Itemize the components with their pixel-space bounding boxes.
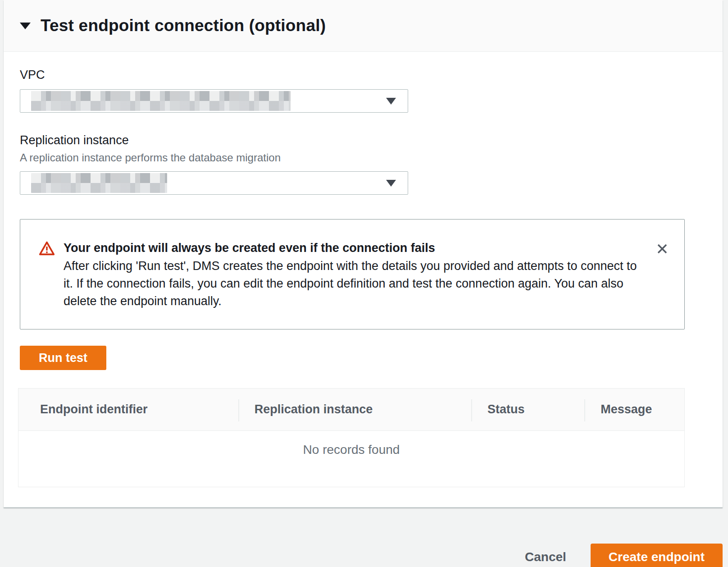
run-test-button[interactable]: Run test	[20, 346, 106, 370]
replication-instance-label: Replication instance	[20, 133, 685, 147]
chevron-down-icon	[386, 180, 396, 187]
vpc-label: VPC	[20, 68, 685, 82]
empty-state-message: No records found	[18, 431, 684, 487]
column-header-replication-instance: Replication instance	[238, 389, 471, 430]
panel-title: Test endpoint connection (optional)	[41, 16, 326, 35]
column-header-endpoint-identifier: Endpoint identifier	[18, 389, 238, 430]
column-header-message: Message	[584, 389, 684, 430]
warning-triangle-icon	[39, 241, 55, 257]
replication-instance-redacted-value	[31, 173, 167, 193]
vpc-redacted-value	[31, 91, 291, 111]
close-icon[interactable]	[654, 240, 671, 259]
chevron-down-icon	[386, 98, 396, 105]
panel-body: VPC Replication instance A replication i…	[4, 52, 723, 507]
create-endpoint-button[interactable]: Create endpoint	[591, 544, 723, 567]
test-endpoint-connection-panel: Test endpoint connection (optional) VPC …	[4, 0, 723, 508]
vpc-select[interactable]	[20, 89, 408, 113]
table-header-row: Endpoint identifier Replication instance…	[18, 389, 684, 431]
panel-header[interactable]: Test endpoint connection (optional)	[4, 0, 723, 52]
replication-instance-select[interactable]	[20, 171, 408, 195]
warning-body: After clicking 'Run test', DMS creates t…	[64, 257, 645, 310]
warning-title: Your endpoint will always be created eve…	[64, 239, 645, 257]
warning-alert: Your endpoint will always be created eve…	[20, 219, 685, 329]
cancel-button[interactable]: Cancel	[521, 550, 570, 564]
test-results-table: Endpoint identifier Replication instance…	[18, 388, 685, 487]
collapse-triangle-icon	[20, 23, 31, 29]
replication-instance-description: A replication instance performs the data…	[20, 151, 685, 164]
column-header-status: Status	[471, 389, 584, 430]
form-footer: Cancel Create endpoint	[0, 508, 728, 567]
